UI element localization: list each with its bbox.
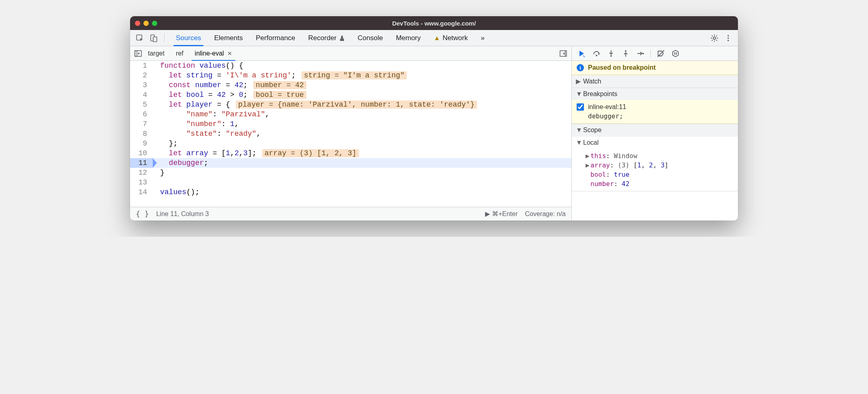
- flask-icon: [339, 35, 345, 41]
- code-line[interactable]: 10 let array = [1,2,3];array = (3) [1, 2…: [130, 148, 571, 158]
- inspect-element-icon[interactable]: [134, 32, 145, 44]
- step-button[interactable]: [633, 48, 647, 59]
- step-out-button[interactable]: [619, 48, 633, 59]
- inline-value: player = {name: 'Parzival', number: 1, s…: [236, 101, 477, 109]
- line-number[interactable]: 10: [130, 148, 153, 158]
- scope-variable[interactable]: number: 42: [582, 179, 734, 188]
- svg-rect-8: [135, 51, 137, 56]
- device-toolbar-icon[interactable]: [148, 32, 159, 44]
- line-number[interactable]: 11: [130, 158, 153, 168]
- line-number[interactable]: 14: [130, 187, 153, 197]
- pretty-print-button[interactable]: { }: [136, 210, 149, 218]
- scope-variable[interactable]: ▶array: (3) [1, 2, 3]: [582, 161, 734, 170]
- close-window-button[interactable]: [135, 21, 140, 26]
- maximize-window-button[interactable]: [152, 21, 157, 26]
- editor-pane: target ref inline-eval ✕ 1function value…: [130, 46, 572, 221]
- code-line[interactable]: 1function values() {: [130, 61, 571, 71]
- scope-header[interactable]: ▼Scope: [572, 124, 738, 136]
- line-content[interactable]: let string = 'I\'m a string';string = "I…: [153, 71, 407, 80]
- svg-point-14: [642, 53, 644, 54]
- step-into-button[interactable]: [604, 48, 618, 59]
- line-number[interactable]: 4: [130, 90, 153, 100]
- code-line[interactable]: 12}: [130, 168, 571, 178]
- line-content[interactable]: };: [153, 139, 177, 148]
- code-line[interactable]: 11 debugger;: [130, 158, 571, 168]
- line-number[interactable]: 8: [130, 129, 153, 139]
- svg-rect-16: [674, 52, 675, 55]
- scope-variable[interactable]: bool: true: [582, 170, 734, 179]
- scope-variable[interactable]: ▶this: Window: [582, 151, 734, 161]
- line-number[interactable]: 2: [130, 71, 153, 80]
- resume-button[interactable]: [575, 48, 589, 59]
- scope-section: ▼Scope ▼Local ▶this: Window▶array: (3) […: [572, 124, 738, 191]
- tab-sources[interactable]: Sources: [169, 30, 207, 46]
- line-number[interactable]: 6: [130, 109, 153, 119]
- inline-value: array = (3) [1, 2, 3]: [262, 149, 359, 157]
- file-tab-ref[interactable]: ref: [170, 46, 189, 60]
- tab-recorder[interactable]: Recorder: [302, 30, 351, 46]
- line-number[interactable]: 7: [130, 119, 153, 129]
- svg-point-12: [610, 55, 612, 57]
- editor-statusbar: { } Line 11, Column 3 ▶ ⌘+Enter Coverage…: [130, 207, 571, 221]
- code-line[interactable]: 4 let bool = 42 > 0;bool = true: [130, 90, 571, 100]
- line-content[interactable]: "number": 1,: [153, 119, 239, 129]
- code-line[interactable]: 9 };: [130, 139, 571, 148]
- code-line[interactable]: 13: [130, 178, 571, 187]
- cursor-position: Line 11, Column 3: [156, 210, 209, 218]
- kebab-menu-icon[interactable]: [723, 32, 734, 44]
- run-snippet-button[interactable]: ▶ ⌘+Enter: [485, 210, 517, 218]
- code-line[interactable]: 14values();: [130, 187, 571, 197]
- scope-local-header[interactable]: ▼Local: [572, 136, 738, 149]
- file-tab-inline-eval[interactable]: inline-eval ✕: [189, 46, 238, 60]
- breakpoint-checkbox[interactable]: [577, 103, 584, 111]
- coverage-status: Coverage: n/a: [525, 210, 566, 218]
- watch-section: ▶Watch: [572, 75, 738, 88]
- tab-memory[interactable]: Memory: [389, 30, 427, 46]
- line-content[interactable]: "state": "ready",: [153, 129, 261, 139]
- line-content[interactable]: let player = {player = {name: 'Parzival'…: [153, 100, 477, 109]
- line-number[interactable]: 3: [130, 80, 153, 90]
- pause-on-exceptions-button[interactable]: [669, 48, 682, 59]
- line-content[interactable]: let array = [1,2,3];array = (3) [1, 2, 3…: [153, 148, 359, 158]
- watch-header[interactable]: ▶Watch: [572, 75, 738, 88]
- line-number[interactable]: 13: [130, 178, 153, 187]
- code-editor[interactable]: 1function values() {2 let string = 'I\'m…: [130, 61, 571, 207]
- svg-point-3: [713, 37, 716, 39]
- close-file-icon[interactable]: ✕: [227, 50, 232, 57]
- code-line[interactable]: 5 let player = {player = {name: 'Parziva…: [130, 100, 571, 109]
- line-number[interactable]: 9: [130, 139, 153, 148]
- code-line[interactable]: 8 "state": "ready",: [130, 129, 571, 139]
- tab-network[interactable]: ▲Network: [427, 30, 474, 46]
- tab-performance[interactable]: Performance: [249, 30, 301, 46]
- code-line[interactable]: 3 const number = 42;number = 42: [130, 80, 571, 90]
- more-files-icon[interactable]: [559, 49, 567, 58]
- line-number[interactable]: 1: [130, 61, 153, 71]
- svg-rect-2: [153, 37, 157, 42]
- code-line[interactable]: 7 "number": 1,: [130, 119, 571, 129]
- tabs-overflow[interactable]: »: [474, 30, 491, 46]
- navigator-toggle-icon[interactable]: [134, 49, 142, 58]
- minimize-window-button[interactable]: [143, 21, 149, 26]
- tab-elements[interactable]: Elements: [207, 30, 249, 46]
- line-content[interactable]: }: [153, 168, 165, 178]
- line-number[interactable]: 12: [130, 168, 153, 178]
- breakpoint-code: debugger;: [577, 112, 733, 120]
- warning-icon: ▲: [434, 34, 440, 42]
- line-number[interactable]: 5: [130, 100, 153, 109]
- line-content[interactable]: values();: [153, 187, 199, 197]
- svg-point-13: [625, 50, 626, 52]
- line-content[interactable]: function values() {: [153, 61, 243, 71]
- code-line[interactable]: 2 let string = 'I\'m a string';string = …: [130, 71, 571, 80]
- deactivate-breakpoints-button[interactable]: [654, 48, 668, 59]
- line-content[interactable]: const number = 42;number = 42: [153, 80, 306, 90]
- breakpoints-header[interactable]: ▼Breakpoints: [572, 88, 738, 100]
- breakpoint-item[interactable]: inline-eval:11 debugger;: [572, 100, 738, 124]
- step-over-button[interactable]: [590, 48, 603, 59]
- settings-icon[interactable]: [709, 32, 720, 44]
- line-content[interactable]: let bool = 42 > 0;bool = true: [153, 90, 306, 100]
- line-content[interactable]: debugger;: [153, 158, 208, 168]
- file-tab-target[interactable]: target: [142, 46, 170, 60]
- tab-console[interactable]: Console: [351, 30, 389, 46]
- line-content[interactable]: "name": "Parzival",: [153, 109, 269, 119]
- code-line[interactable]: 6 "name": "Parzival",: [130, 109, 571, 119]
